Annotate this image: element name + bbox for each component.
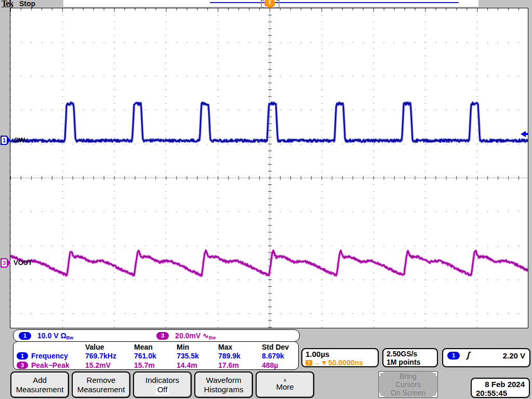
trigger-delay-value: 50.0000ns	[328, 358, 363, 367]
meas-row1-channel-badge: 1	[17, 352, 28, 360]
channel-1-badge: 1	[19, 332, 31, 340]
bring-cursors-line1: Bring	[400, 372, 417, 380]
meas-row2-value: 15.2mV	[85, 361, 134, 369]
trigger-level-arrow-icon[interactable]	[521, 131, 526, 137]
meas-header-stddev: Std Dev	[262, 343, 298, 351]
add-measurement-line2: Measurement	[16, 385, 64, 394]
waveform-display-area[interactable]	[10, 8, 528, 328]
channel-3-scale: 20.0mV	[175, 331, 201, 340]
channel-3-badge: 3	[156, 332, 169, 340]
trigger-level-value: 2.20 V	[503, 351, 525, 360]
more-button[interactable]: ∧ More	[256, 371, 314, 398]
meas-row2-min: 14.4m	[177, 361, 218, 369]
channel-3-number: 3	[2, 259, 7, 267]
waveform-histograms-button[interactable]: Waveform Histograms	[194, 371, 253, 398]
meas-header-min: Min	[177, 343, 218, 351]
bring-cursors-line3: On Screen	[391, 389, 425, 397]
rising-edge-slope-icon: ʃ	[467, 350, 470, 361]
record-length: 1M points	[387, 358, 434, 366]
channel-1-number: 1	[2, 137, 7, 144]
meas-row2-mean: 15.7m	[134, 361, 177, 369]
channel-3-scale-readout[interactable]: 3 20.0mV ∿Bw	[156, 331, 216, 340]
meas-header-mean: Mean	[134, 343, 177, 351]
corner-mark	[379, 372, 383, 376]
waveform-histograms-line1: Waveform	[206, 376, 242, 385]
channel-1-bandwidth-icon: Bw	[66, 335, 74, 340]
meas-row1-stddev: 8.679k	[262, 352, 298, 360]
arrow-down-icon: ▼	[321, 358, 328, 367]
add-measurement-line1: Add	[33, 376, 47, 385]
measurement-panel[interactable]: Value Mean Min Max Std Dev 1 Frequency 7…	[13, 341, 299, 370]
oscilloscope-screen: { "header": { "logo": "Tek", "acq_status…	[0, 0, 532, 399]
meas-row2-stddev: 488µ	[262, 361, 298, 369]
time-per-division: 1.00µs	[305, 350, 375, 358]
indicators-off-button[interactable]: Indicators Off	[133, 371, 192, 398]
meas-header-value: Value	[85, 343, 134, 351]
trigger-delay-readout: T→▼50.0000ns	[305, 358, 375, 367]
channel-3-position-marker[interactable]: 3	[1, 258, 10, 268]
meas-row1-mean: 761.0k	[134, 352, 177, 360]
channel-1-impedance-icon: Ω	[60, 331, 66, 340]
trigger-readout[interactable]: 1 ʃ 2.20 V	[442, 348, 530, 367]
top-status-bar: Tek Stop T	[0, 0, 532, 8]
trigger-t-icon: T	[305, 360, 312, 366]
acquisition-readout[interactable]: 2.50GS/s 1M points	[382, 348, 438, 367]
remove-measurement-line1: Remove	[87, 376, 116, 385]
channel-3-bandwidth-icon: Bw	[209, 335, 216, 340]
view-window-bracket-right	[276, 0, 280, 8]
meas-row2-name: Peak−Peak	[31, 361, 85, 369]
trace-label-sw: SW	[14, 136, 25, 144]
waveform-histograms-line2: Histograms	[204, 385, 244, 394]
date-time-readout: 8 Feb 2024 20:55:45	[471, 378, 530, 398]
date-value: 8 Feb 2024	[476, 380, 525, 389]
horizontal-scale-readout[interactable]: 1.00µs T→▼50.0000ns	[301, 348, 379, 367]
trace-label-vout: VOUT	[14, 259, 32, 267]
more-up-arrow-icon: ∧	[283, 378, 287, 382]
acquisition-status: Stop	[19, 0, 35, 8]
meas-row1-name: Frequency	[31, 352, 85, 360]
channel-1-scale-readout[interactable]: 1 10.0 V ΩBw	[19, 331, 73, 340]
meas-header-max: Max	[218, 343, 262, 351]
remove-measurement-button[interactable]: Remove Measurement	[72, 371, 130, 398]
meas-row2-channel-badge: 3	[17, 362, 28, 369]
meas-row1-max: 789.9k	[218, 352, 262, 360]
sample-rate: 2.50GS/s	[387, 350, 434, 358]
indicators-line1: Indicators	[145, 376, 179, 385]
more-label: More	[276, 382, 294, 392]
indicators-off-state: Off	[156, 385, 169, 394]
waveform-canvas[interactable]	[10, 8, 528, 328]
bring-cursors-on-screen-button[interactable]: Bring Cursors On Screen	[378, 371, 438, 398]
meas-row1-value: 769.7kHz	[85, 352, 134, 360]
record-length-bar	[210, 2, 459, 3]
add-measurement-button[interactable]: Add Measurement	[10, 371, 69, 398]
channel-1-position-marker[interactable]: 1	[1, 136, 10, 145]
corner-mark	[433, 393, 437, 397]
view-window-bracket-left	[261, 0, 264, 8]
time-value: 20:55:45	[476, 389, 525, 397]
corner-mark	[379, 393, 383, 397]
trigger-position-marker[interactable]: T	[264, 0, 275, 6]
channel-1-scale: 10.0 V	[37, 331, 58, 340]
bring-cursors-line2: Cursors	[395, 380, 421, 389]
tek-logo: Tek	[2, 0, 13, 8]
arrow-right-icon: →	[313, 358, 320, 367]
remove-measurement-line2: Measurement	[77, 385, 125, 394]
channel-scale-readout-bar[interactable]: 1 10.0 V ΩBw 3 20.0mV ∿Bw	[13, 329, 300, 342]
corner-mark	[433, 372, 437, 376]
meas-row2-max: 17.6m	[218, 361, 262, 369]
trigger-source-badge: 1	[447, 352, 460, 360]
channel-3-coupling-icon: ∿	[203, 331, 209, 340]
meas-row1-min: 735.5k	[177, 352, 218, 360]
